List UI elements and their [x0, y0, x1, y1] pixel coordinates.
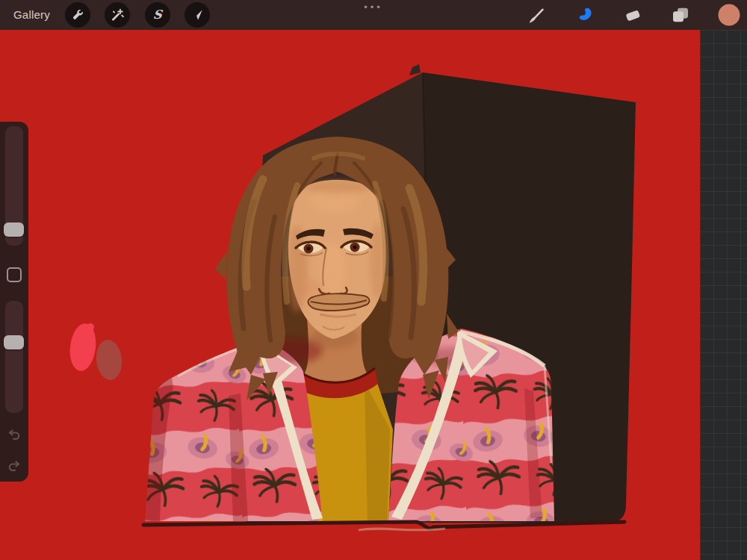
desk-line	[143, 522, 624, 530]
smudge-tool-button[interactable]	[576, 6, 594, 24]
artwork	[0, 30, 700, 560]
canvas-surround-grid	[700, 30, 747, 560]
color-button[interactable]	[718, 4, 740, 26]
eraser-icon	[624, 6, 642, 24]
modify-square-icon	[7, 267, 22, 282]
paint-tool-button[interactable]	[527, 6, 545, 24]
undo-button[interactable]	[0, 425, 28, 444]
layers-button[interactable]	[672, 6, 689, 24]
opacity-handle[interactable]	[4, 335, 24, 349]
procreate-canvas-screen: Gallery S •••	[0, 0, 747, 560]
redo-button[interactable]	[0, 456, 28, 476]
brush-sidebar	[0, 122, 28, 482]
drawing-canvas[interactable]	[0, 30, 700, 560]
opacity-slider[interactable]	[5, 301, 23, 413]
paint-brush-icon	[527, 6, 545, 24]
undo-icon	[7, 427, 22, 442]
active-color-swatch	[718, 4, 740, 26]
eraser-tool-button[interactable]	[624, 6, 642, 24]
layers-icon	[672, 6, 689, 24]
brush-size-slider[interactable]	[5, 126, 23, 246]
modify-button[interactable]	[0, 262, 28, 287]
brush-size-handle[interactable]	[4, 223, 24, 237]
top-toolbar: Gallery S •••	[0, 0, 747, 30]
smudge-finger-icon	[576, 6, 594, 24]
redo-icon	[7, 458, 22, 473]
paint-swatch-blobs	[67, 322, 124, 381]
